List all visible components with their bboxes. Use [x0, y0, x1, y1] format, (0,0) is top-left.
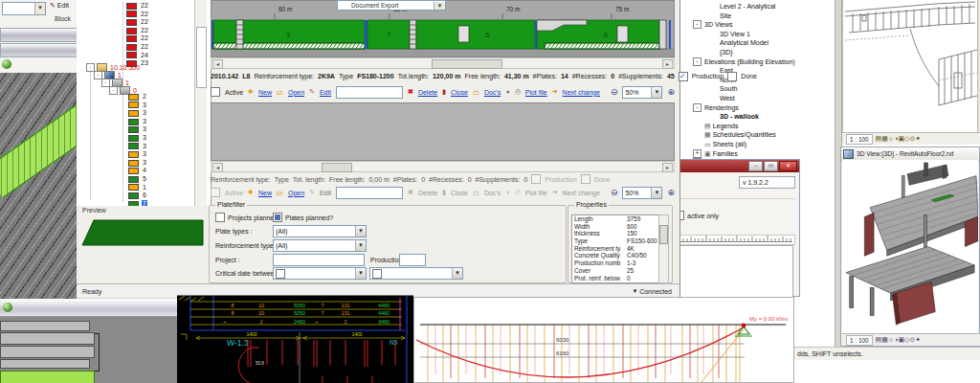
new-button[interactable]: New [258, 89, 272, 96]
highlighted-plate[interactable] [0, 93, 77, 198]
version-combo[interactable]: v 1.9.2.2 [739, 176, 795, 189]
revit-project-browser[interactable]: Level 2 - Analytical Site - 3D Views 3D … [679, 2, 833, 176]
edit-button[interactable]: Edit [320, 190, 331, 196]
tree-item[interactable]: 24 [126, 52, 149, 60]
scroll-left-arrow[interactable]: ◄ [212, 163, 223, 172]
browser-item[interactable]: Analytical Model [679, 38, 833, 48]
browser-item[interactable]: South [679, 84, 833, 94]
production-checkbox[interactable] [679, 72, 688, 81]
tree-item[interactable]: 6 [128, 192, 147, 200]
chart-hscrollbar[interactable]: ◄ ► [211, 161, 675, 172]
properties-scrollbar[interactable] [658, 214, 669, 283]
tree-item[interactable]: 22 [126, 18, 149, 27]
tree-red-items[interactable]: 22 22 22 22 22 [126, 2, 149, 68]
docs-button[interactable]: Doc's [484, 89, 501, 96]
active-checkbox[interactable] [211, 188, 220, 197]
expand-icon[interactable] [708, 94, 717, 102]
browser-item[interactable]: {3D} [679, 48, 833, 57]
tree-item[interactable]: 5 [128, 175, 147, 184]
view-control-icon[interactable]: ✦ [915, 336, 921, 343]
search-input[interactable] [336, 86, 403, 99]
collapsed-toolbar[interactable] [0, 43, 78, 57]
project-input[interactable] [273, 254, 365, 266]
production-input[interactable] [399, 254, 426, 266]
tree-item[interactable]: 3 [128, 125, 147, 134]
chevron-down-icon[interactable]: ▾ [634, 287, 637, 295]
chevron-down-icon[interactable]: ▼ [434, 2, 445, 10]
zoom-out-icon[interactable]: ⊖ [611, 87, 618, 97]
next-change-button[interactable]: Next change [563, 89, 600, 96]
tree-item[interactable]: 3 [128, 118, 147, 126]
browser-item[interactable]: Level 2 - Analytical [679, 2, 833, 11]
chevron-down-icon[interactable]: ▼ [505, 89, 510, 95]
date-from-select[interactable]: ▼ [273, 267, 367, 280]
plates-planned-checkbox[interactable] [273, 213, 282, 222]
window-titlebar[interactable]: 3D View:{3D} - RevitAutoFloor2.rvt [841, 147, 979, 161]
zoom-in-icon[interactable]: ⊕ [667, 188, 675, 197]
expand-icon[interactable] [693, 131, 702, 140]
production-checkbox[interactable] [531, 174, 541, 184]
browser-item[interactable]: - Renderings [679, 103, 833, 113]
view-scale[interactable]: 1 : 100 [846, 335, 873, 346]
tree-item[interactable]: 3 [128, 101, 147, 110]
expand-icon[interactable] [708, 48, 717, 56]
properties-list[interactable]: Length 3759 Width 600 thickness 150 Type… [571, 214, 662, 283]
reinforcement-types-select[interactable]: (All)▼ [273, 239, 367, 252]
browser-item[interactable]: + ▣ Families [679, 149, 833, 159]
docs-button[interactable]: Doc's [484, 190, 501, 196]
browser-item[interactable]: West [679, 94, 833, 103]
date-to-checkbox[interactable] [372, 269, 382, 279]
browser-item[interactable]: ▤ Legends [679, 122, 833, 131]
tree-item[interactable]: 22 [126, 27, 149, 35]
expand-icon[interactable] [708, 11, 717, 20]
plate-bar[interactable] [0, 359, 90, 369]
active-only-option[interactable]: active only [675, 211, 719, 220]
tree-item[interactable]: 22 [126, 43, 149, 52]
close-button[interactable]: Close [451, 190, 468, 196]
cad-drawing-window[interactable]: 810 50507 1314460 810 50507 1314460 2246… [177, 295, 413, 383]
tree-item[interactable]: 3 [128, 143, 147, 151]
view-control-icon[interactable]: ▦ [881, 135, 888, 142]
minimize-button[interactable]: – [748, 161, 763, 171]
scroll-right-arrow[interactable]: ► [662, 59, 673, 69]
chevron-down-icon[interactable]: ▼ [34, 3, 45, 14]
tree-item[interactable]: 3 [128, 150, 147, 159]
empty-plate-chart[interactable] [211, 102, 675, 161]
zoom-select[interactable]: 50%▼ [622, 86, 662, 99]
expand-icon[interactable]: + [693, 149, 702, 158]
tree-item[interactable]: 3 [128, 134, 147, 143]
tree-item[interactable]: 3 [128, 159, 147, 168]
plate-bar-selected[interactable] [0, 371, 95, 383]
view-scale[interactable]: 1 : 100 [846, 134, 873, 145]
chevron-down-icon[interactable]: ▼ [452, 268, 462, 279]
close-button[interactable]: Close [451, 89, 468, 96]
scrollbar-thumb[interactable] [659, 225, 668, 244]
left-combo[interactable]: ▼ [2, 2, 46, 15]
edit-menu[interactable]: ✎ Edit [50, 2, 69, 10]
view-control-icons[interactable]: ▤▦☼◑▣◇⊙✦ [876, 135, 922, 143]
expand-icon[interactable]: - [693, 20, 702, 29]
plot-file-button[interactable]: Plot file [525, 89, 547, 96]
projects-planned-option[interactable]: Projects planned? [215, 213, 281, 222]
done-checkbox[interactable] [581, 174, 590, 184]
zoom-select[interactable]: 50%▼ [622, 187, 662, 199]
expand-icon[interactable] [708, 112, 717, 121]
chevron-down-icon[interactable]: ▼ [355, 226, 366, 237]
scrollbar-thumb[interactable] [196, 27, 207, 88]
plate-bar[interactable] [0, 346, 95, 358]
date-from-checkbox[interactable] [276, 269, 285, 279]
open-button[interactable]: Open [288, 89, 304, 96]
browser-item[interactable]: - 3D Views [679, 20, 833, 30]
browser-item[interactable]: ▭ Sheets (all) [679, 140, 833, 149]
delete-button[interactable]: Delete [418, 89, 437, 96]
open-button[interactable]: Open [288, 190, 304, 196]
chart-hscrollbar[interactable]: ◄ ► [211, 57, 675, 69]
view-control-icons[interactable]: ▤▦☼◑▣◇⊙✦ [876, 336, 922, 344]
tree-item[interactable]: 2 [128, 93, 147, 101]
zoom-out-icon[interactable]: ⊖ [611, 188, 618, 197]
view-control-icon[interactable]: ▦ [881, 336, 888, 343]
browser-item[interactable]: ▦ Schedules/Quantities [679, 130, 833, 140]
sphere-icon[interactable] [3, 303, 12, 312]
view-control-icon[interactable]: ✦ [915, 135, 921, 142]
done-checkbox[interactable] [727, 72, 737, 81]
